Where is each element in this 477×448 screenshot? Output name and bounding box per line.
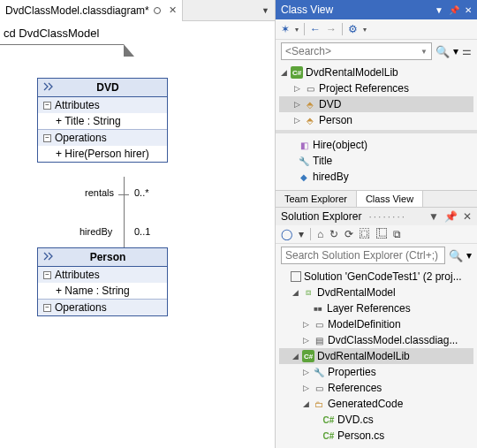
member-property[interactable]: 🔧 Title	[279, 153, 473, 169]
solution-search-row: 🔍▾	[276, 244, 477, 267]
collapse-icon[interactable]	[43, 82, 54, 93]
tree-item-classdiagram[interactable]: ▷ ▤ DvdClassModel.classdiag...	[279, 332, 473, 348]
tree-label: Project References	[319, 82, 409, 95]
attributes-section: − Attributes + Title : String	[38, 97, 167, 130]
solution-tree[interactable]: ▷ Solution 'GenCodeTest1' (2 proj... ◢ ⧈…	[276, 267, 477, 448]
class-name-label: DVD	[54, 81, 162, 94]
tab-team-explorer[interactable]: Team Explorer	[276, 191, 357, 207]
sync-button[interactable]: ↻	[329, 228, 338, 240]
operation-item[interactable]: + Hire(Person hirer)	[38, 146, 167, 162]
expander-open-icon[interactable]: ◢	[291, 352, 299, 361]
section-toggle[interactable]: −	[43, 134, 51, 142]
search-dropdown[interactable]: ▾	[466, 249, 472, 262]
tree-item-person[interactable]: ▷ ⬘ Person	[279, 112, 473, 128]
properties-button[interactable]: ⧉	[393, 228, 401, 240]
tool-tab-strip: Team Explorer Class View	[276, 190, 477, 208]
section-label: Operations	[55, 132, 107, 144]
operations-section: − Operations + Hire(Person hirer)	[38, 130, 167, 162]
expander-open-icon[interactable]: ◢	[291, 288, 299, 297]
class-name-label: Person	[54, 251, 162, 263]
home-button[interactable]: ⌂	[317, 228, 323, 240]
close-icon[interactable]: ✕	[463, 210, 472, 223]
collapse-icon[interactable]	[43, 252, 54, 262]
close-icon[interactable]: ✕	[169, 4, 177, 16]
tree-item-references[interactable]: ▷ ▭ References	[279, 380, 473, 396]
expander-open-icon[interactable]: ◢	[279, 68, 288, 77]
pin-icon[interactable]: 📌	[444, 210, 458, 223]
attribute-item[interactable]: + Name : String	[38, 283, 167, 299]
settings-button[interactable]: ⚙	[348, 23, 358, 35]
section-toggle[interactable]: −	[43, 304, 51, 312]
tree-item-modeling-project[interactable]: ◢ ⧈ DvdRentalModel	[279, 285, 473, 300]
tree-label: DVD.cs	[337, 414, 374, 426]
tree-item-modeldef[interactable]: ▷ ▭ ModelDefinition	[279, 316, 473, 332]
field-icon: ◆	[298, 171, 310, 183]
filter-icon[interactable]: ⚌	[462, 45, 472, 57]
expander-closed-icon[interactable]: ▷	[292, 116, 301, 125]
tree-item-project[interactable]: ◢ C# DvdRentalModelLib	[279, 65, 473, 80]
class-header[interactable]: DVD	[38, 79, 167, 97]
collapse-all-button[interactable]: ⿴	[360, 228, 370, 240]
back-button[interactable]: ←	[310, 23, 321, 35]
close-icon[interactable]: ✕	[465, 5, 472, 15]
search-mode-dropdown[interactable]: ▾	[453, 45, 458, 57]
tree-item-projectrefs[interactable]: ▷ ▭ Project References	[279, 80, 473, 96]
tree-label: Properties	[328, 366, 376, 378]
search-icon[interactable]: 🔍	[449, 249, 463, 262]
class-header[interactable]: Person	[38, 248, 167, 267]
window-dropdown-icon[interactable]: ▼	[435, 5, 443, 15]
tree-label: References	[328, 382, 382, 394]
document-tab[interactable]: DvdClassModel.classdiagram* ✕	[0, 0, 183, 21]
classview-search-input[interactable]: <Search> ▼	[281, 42, 432, 60]
section-toggle[interactable]: −	[43, 271, 51, 279]
tab-dropdown-icon[interactable]: ▼	[261, 6, 269, 15]
member-field[interactable]: ◆ hiredBy	[279, 169, 473, 185]
new-folder-button[interactable]: ✶	[281, 23, 290, 35]
solution-icon	[291, 271, 301, 282]
diagram-canvas[interactable]: cd DvdClassModel DVD − Attributes + Titl…	[0, 21, 275, 448]
refresh-button[interactable]: ⟳	[344, 228, 353, 240]
pin-icon[interactable]: 📌	[449, 5, 459, 15]
search-dropdown-icon[interactable]: ▼	[420, 48, 428, 56]
solution-explorer-titlebar[interactable]: Solution Explorer ∙∙∙∙∙∙∙∙ ▼ 📌 ✕	[276, 208, 477, 225]
forward-button[interactable]: →	[326, 23, 337, 35]
csharp-file-icon: C#	[322, 429, 335, 442]
pin-icon[interactable]	[153, 6, 162, 15]
assoc-hiredby-card: 0..1	[134, 226, 150, 237]
modeling-project-icon: ⧈	[302, 286, 314, 299]
tree-item-person-cs[interactable]: C# Person.cs	[279, 428, 473, 444]
method-icon: ◧	[298, 139, 310, 151]
references-icon: ▭	[304, 82, 316, 95]
classview-tree[interactable]: ◢ C# DvdRentalModelLib ▷ ▭ Project Refer…	[276, 63, 477, 130]
attribute-item[interactable]: + Title : String	[38, 113, 167, 129]
tree-item-layer-refs[interactable]: ■■ Layer References	[279, 300, 473, 316]
show-all-button[interactable]: ⿺	[376, 228, 387, 240]
class-person[interactable]: Person − Attributes + Name : String − Op…	[37, 247, 168, 316]
back-button[interactable]: ◯	[281, 228, 292, 240]
class-dvd[interactable]: DVD − Attributes + Title : String − Oper…	[37, 78, 168, 163]
association-line[interactable]	[124, 177, 125, 247]
tree-item-dvd[interactable]: ▷ ⬘ DVD	[279, 96, 473, 112]
expander-closed-icon[interactable]: ▷	[301, 368, 310, 376]
tree-label: Solution 'GenCodeTest1' (2 proj...	[304, 270, 462, 283]
back-dropdown[interactable]: ▾	[299, 228, 304, 240]
tree-item-solution[interactable]: ▷ Solution 'GenCodeTest1' (2 proj...	[279, 269, 473, 285]
solution-search-input[interactable]	[281, 247, 445, 264]
assoc-rentals-label: rentals	[85, 187, 114, 198]
classview-titlebar[interactable]: Class View ▼ 📌 ✕	[276, 0, 477, 19]
section-toggle[interactable]: −	[43, 102, 51, 110]
expander-closed-icon[interactable]: ▷	[301, 320, 310, 329]
expander-closed-icon[interactable]: ▷	[292, 100, 301, 109]
tree-item-dvd-cs[interactable]: C# DVD.cs	[279, 412, 473, 428]
expander-closed-icon[interactable]: ▷	[301, 336, 310, 345]
tree-item-generatedcode[interactable]: ◢ 🗀 GeneratedCode	[279, 396, 473, 412]
search-icon[interactable]: 🔍	[435, 45, 450, 58]
member-method[interactable]: ◧ Hire(object)	[279, 137, 473, 153]
expander-closed-icon[interactable]: ▷	[301, 383, 310, 392]
tree-item-lib-project[interactable]: ◢ C# DvdRentalModelLib	[279, 348, 473, 364]
expander-open-icon[interactable]: ◢	[301, 399, 310, 408]
tab-class-view[interactable]: Class View	[357, 191, 423, 207]
expander-closed-icon[interactable]: ▷	[292, 84, 301, 93]
tree-item-properties[interactable]: ▷ 🔧 Properties	[279, 364, 473, 380]
window-dropdown-icon[interactable]: ▼	[428, 210, 439, 223]
